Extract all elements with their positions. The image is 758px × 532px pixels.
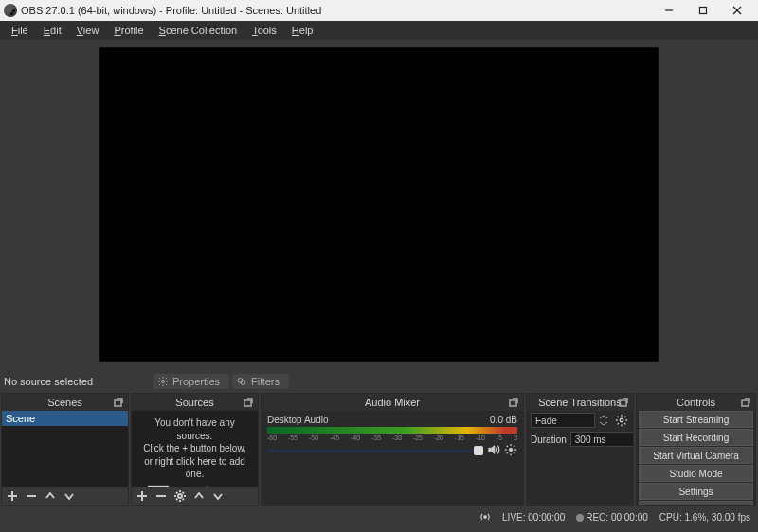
close-button[interactable] [720, 0, 754, 21]
popout-icon[interactable] [508, 397, 519, 408]
mixer-settings-button[interactable] [504, 443, 517, 458]
svg-rect-29 [620, 400, 626, 406]
menu-help[interactable]: Help [284, 25, 321, 36]
start-recording-button[interactable]: Start Recording [639, 429, 753, 446]
dock-audio-mixer: Audio Mixer Desktop Audio 0.0 dB -60-55-… [261, 393, 524, 506]
maximize-button[interactable] [686, 0, 720, 21]
studio-mode-button[interactable]: Studio Mode [639, 465, 753, 482]
transitions-body: Fade Duration [527, 411, 633, 505]
mixer-channel-db: 0.0 dB [490, 415, 517, 425]
dock-scene-transitions: Scene Transitions Fade Duration [526, 393, 634, 506]
camera-source-icon [221, 485, 244, 488]
transition-settings-button[interactable] [614, 413, 629, 428]
popout-icon[interactable] [243, 397, 254, 408]
rec-status: REC: 00:00:00 [586, 512, 648, 523]
rec-dot-icon [576, 514, 584, 522]
live-status: LIVE: 00:00:00 [502, 512, 565, 523]
dock-scenes: Scenes Scene [1, 393, 129, 506]
image-source-icon [147, 485, 170, 488]
menu-view[interactable]: View [69, 25, 107, 36]
source-status-row: No source selected Properties Filters [0, 369, 758, 393]
display-source-icon [171, 485, 194, 488]
transition-dropdown-icon[interactable] [599, 415, 610, 426]
exit-button[interactable]: Exit [639, 501, 753, 505]
start-virtual-camera-button[interactable]: Start Virtual Camera [639, 447, 753, 464]
sources-empty-text: You don't have any sources. Click the + … [132, 411, 258, 487]
docks-row: Scenes Scene Sources You don't have any … [0, 393, 758, 506]
sources-toolbar [132, 487, 258, 505]
mixer-slider-thumb[interactable] [474, 446, 483, 455]
svg-rect-1 [700, 8, 707, 14]
source-up-button[interactable] [192, 489, 206, 503]
menu-scene-collection[interactable]: Scene Collection [152, 25, 245, 36]
scenes-toolbar [2, 487, 128, 505]
titlebar: OBS 27.0.1 (64-bit, windows) - Profile: … [0, 0, 758, 21]
mixer-volume-slider[interactable] [267, 450, 474, 452]
add-scene-button[interactable] [6, 489, 19, 503]
sources-list[interactable]: You don't have any sources. Click the + … [132, 411, 258, 487]
scene-down-button[interactable] [63, 489, 76, 503]
filters-icon [236, 376, 247, 387]
filters-button[interactable]: Filters [232, 374, 289, 389]
menu-profile[interactable]: Profile [106, 25, 151, 36]
svg-point-26 [178, 494, 182, 498]
duration-input[interactable] [570, 432, 633, 447]
svg-point-32 [484, 516, 487, 519]
menu-file[interactable]: File [4, 25, 36, 36]
dock-head-transitions[interactable]: Scene Transitions [527, 394, 633, 411]
broadcast-icon [479, 511, 491, 523]
svg-rect-12 [148, 486, 167, 487]
source-settings-button[interactable] [173, 489, 187, 503]
start-streaming-button[interactable]: Start Streaming [639, 411, 753, 428]
obs-logo-icon [4, 4, 17, 17]
settings-button[interactable]: Settings [639, 483, 753, 500]
menubar: File Edit View Profile Scene Collection … [0, 21, 758, 40]
popout-icon[interactable] [740, 397, 751, 408]
svg-point-28 [509, 448, 513, 452]
speaker-icon[interactable] [487, 443, 500, 458]
gear-icon [157, 376, 169, 387]
svg-point-4 [161, 380, 164, 382]
svg-rect-31 [742, 400, 749, 406]
mixer-channel-name: Desktop Audio [267, 415, 329, 425]
dock-sources: Sources You don't have any sources. Clic… [131, 393, 259, 506]
mixer-ticks: -60-55-50-45-40-35-30-25-20-15-10-50 [267, 434, 517, 441]
duration-label: Duration [531, 434, 567, 445]
dock-head-controls[interactable]: Controls [637, 394, 755, 411]
statusbar: LIVE: 00:00:00 REC: 00:00:00 CPU: 1.6%, … [0, 506, 758, 527]
add-source-button[interactable] [135, 489, 149, 503]
popout-icon[interactable] [618, 397, 629, 408]
source-down-button[interactable] [211, 489, 225, 503]
menu-tools[interactable]: Tools [244, 25, 284, 36]
dock-head-scenes[interactable]: Scenes [2, 394, 128, 411]
scene-item[interactable]: Scene [2, 411, 128, 426]
mixer-channel: Desktop Audio 0.0 dB -60-55-50-45-40-35-… [262, 411, 523, 462]
scene-up-button[interactable] [44, 489, 57, 503]
preview-canvas[interactable] [99, 47, 659, 362]
preview-area [0, 40, 758, 369]
remove-source-button[interactable] [154, 489, 168, 503]
scenes-list[interactable]: Scene [2, 411, 128, 487]
svg-rect-27 [510, 400, 516, 406]
dock-controls: Controls Start Streaming Start Recording… [636, 393, 756, 506]
menu-edit[interactable]: Edit [36, 25, 69, 36]
mixer-meter [267, 427, 517, 434]
svg-point-30 [620, 418, 623, 422]
minimize-button[interactable] [652, 0, 686, 21]
no-source-label: No source selected [4, 376, 93, 387]
controls-body: Start Streaming Start Recording Start Vi… [637, 411, 755, 505]
svg-rect-7 [115, 400, 121, 406]
svg-rect-11 [244, 400, 251, 406]
cpu-status: CPU: 1.6%, 30.00 fps [659, 512, 750, 523]
properties-button[interactable]: Properties [153, 374, 229, 389]
dock-head-sources[interactable]: Sources [132, 394, 258, 411]
mixer-body: Desktop Audio 0.0 dB -60-55-50-45-40-35-… [262, 411, 523, 505]
browser-source-icon [196, 485, 219, 488]
remove-scene-button[interactable] [25, 489, 38, 503]
dock-head-mixer[interactable]: Audio Mixer [262, 394, 523, 411]
transition-select[interactable]: Fade [531, 413, 595, 428]
popout-icon[interactable] [113, 397, 124, 408]
window-title: OBS 27.0.1 (64-bit, windows) - Profile: … [21, 5, 652, 16]
